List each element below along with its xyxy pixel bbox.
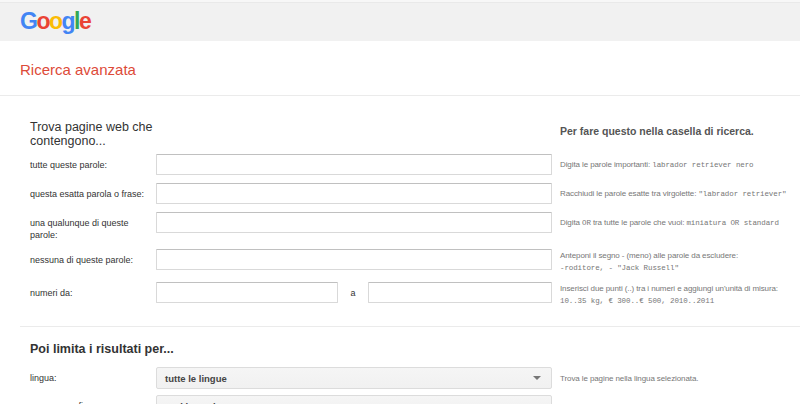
logo-letter: o <box>49 8 62 34</box>
exact-phrase-help: Racchiudi le parole esatte tra virgolett… <box>552 183 800 200</box>
language-label: lingua: <box>30 373 156 383</box>
language-dropdown-value: tutte le lingue <box>165 373 227 384</box>
help-column-heading: Per fare questo nella casella di ricerca… <box>552 125 800 148</box>
form-row-numbers-range: numeri da: a Inserisci due punti (..) tr… <box>30 282 800 307</box>
form-row-any-words: una qualunque di queste parole: Digita O… <box>30 212 800 241</box>
language-help: Trova le pagine nella lingua selezionata… <box>552 374 800 383</box>
title-bar: Ricerca avanzata <box>0 41 800 96</box>
exact-phrase-input[interactable] <box>156 183 552 204</box>
chevron-down-icon <box>533 376 541 380</box>
numbers-from-input[interactable] <box>156 282 338 303</box>
all-words-label: tutte queste parole: <box>30 154 156 171</box>
find-section-header: Trova pagine web che contengono... Per f… <box>30 96 800 154</box>
section-divider <box>20 326 800 327</box>
none-words-input[interactable] <box>156 249 552 270</box>
form-row-region: area geografica: tutti i Paesi Trova le … <box>30 395 800 404</box>
none-words-help: Anteponi il segno - (meno) alle parole d… <box>552 249 800 274</box>
numbers-range-separator: a <box>350 288 355 298</box>
region-dropdown[interactable]: tutti i Paesi <box>156 395 552 404</box>
any-words-label: una qualunque di queste parole: <box>30 212 156 241</box>
numbers-to-input[interactable] <box>368 282 552 303</box>
any-words-input[interactable] <box>156 212 552 233</box>
logo-letter: e <box>79 8 90 34</box>
limit-section-heading: Poi limita i risultati per... <box>30 341 800 358</box>
all-words-input[interactable] <box>156 154 552 175</box>
form-row-language: lingua: tutte le lingue Trova le pagine … <box>30 367 800 389</box>
logo-letter: o <box>36 8 49 34</box>
page-title: Ricerca avanzata <box>20 61 780 79</box>
language-dropdown[interactable]: tutte le lingue <box>156 367 552 389</box>
logo-letter: g <box>62 8 75 34</box>
form-row-all-words: tutte queste parole: Digita le parole im… <box>30 154 800 175</box>
form-row-exact-phrase: questa esatta parola o frase: Racchiudi … <box>30 183 800 204</box>
none-words-label: nessuna di queste parole: <box>30 249 156 266</box>
numbers-range-label: numeri da: <box>30 282 156 299</box>
logo-letter: G <box>20 8 36 34</box>
find-section-heading: Trova pagine web che contengono... <box>30 120 156 148</box>
numbers-range-help: Inserisci due punti (..) tra i numeri e … <box>552 282 800 307</box>
exact-phrase-label: questa esatta parola o frase: <box>30 183 156 200</box>
all-words-help: Digita le parole importanti: labrador re… <box>552 154 800 171</box>
region-dropdown-value: tutti i Paesi <box>165 401 216 404</box>
google-logo[interactable]: Google <box>20 10 90 33</box>
form-row-none-words: nessuna di queste parole: Anteponi il se… <box>30 249 800 274</box>
app-header: Google <box>0 0 800 41</box>
any-words-help: Digita OR tra tutte le parole che vuoi: … <box>552 212 800 229</box>
